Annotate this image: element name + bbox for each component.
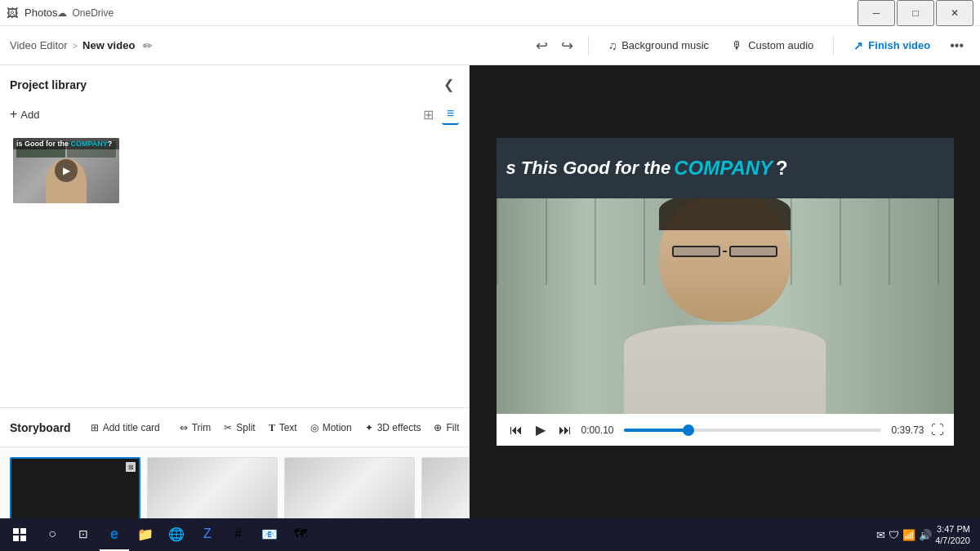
breadcrumb: Video Editor > New video ✏ (10, 39, 153, 52)
breadcrumb-current: New video (82, 39, 135, 51)
video-inner: s This Good for the COMPANY ? (497, 138, 954, 414)
banner-text: s This Good for the (506, 158, 671, 179)
taskbar-maps[interactable]: 🗺 (286, 518, 315, 551)
fullscreen-button[interactable]: ⛶ (931, 423, 944, 438)
left-panel: Project library ❮ + Add ⊞ ≡ (0, 65, 470, 518)
trim-label: Trim (192, 422, 212, 433)
video-banner: s This Good for the COMPANY ? (497, 138, 954, 198)
add-title-card-button[interactable]: ⊞ Add title card (84, 417, 167, 438)
timeline-scrubber[interactable] (624, 429, 882, 432)
storyboard-clip[interactable] (147, 457, 278, 518)
storyboard-actions: ⊞ Add title card ⇔ Trim ✂ Split (84, 417, 459, 438)
taskbar-search[interactable]: ○ (38, 518, 67, 551)
maps-icon: 🗺 (294, 527, 307, 541)
taskbar-clock[interactable]: 3:47 PM 4/7/2020 (935, 523, 970, 547)
collapse-library-button[interactable]: ❮ (439, 75, 459, 94)
library-video-item[interactable]: is Good for the COMPANY? ▶ (13, 138, 119, 203)
video-label-text: is Good for the (16, 140, 71, 148)
text-label: Text (279, 422, 297, 433)
undo-redo-group: ↩ ↪ (531, 33, 578, 58)
taskbar-task-view[interactable]: ⊡ (69, 518, 98, 551)
finish-video-button[interactable]: ↗ Finish video (844, 34, 940, 57)
taskbar-zoom[interactable]: Z (193, 518, 222, 551)
motion-label: Motion (323, 422, 352, 433)
storyboard-clip[interactable] (421, 457, 469, 518)
filters-icon: ⊕ (434, 422, 442, 433)
3d-effects-button[interactable]: ✦ 3D effects (359, 417, 428, 438)
svg-rect-1 (20, 528, 26, 534)
add-media-button[interactable]: + Add (10, 107, 39, 122)
background-music-button[interactable]: ♫ Background music (599, 34, 719, 57)
redo-button[interactable]: ↪ (556, 33, 578, 58)
play-button[interactable]: ▶ (532, 420, 549, 439)
fast-forward-button[interactable]: ⏭ (555, 421, 575, 439)
header-more-button[interactable]: ••• (943, 35, 970, 56)
text-button[interactable]: 𝐓 Text (262, 417, 304, 438)
total-time: 0:39.73 (891, 424, 924, 436)
app-icon: 🖼 (7, 7, 18, 20)
shield-icon: 🛡 (889, 529, 899, 541)
start-button[interactable] (3, 518, 36, 551)
motion-button[interactable]: ◎ Motion (304, 417, 359, 438)
storyboard-clips: ⊠ ⊟ 39.73 🔊 (0, 447, 469, 518)
taskbar-slack[interactable]: # (224, 518, 253, 551)
custom-audio-button[interactable]: 🎙 Custom audio (722, 34, 823, 57)
3d-effects-label: 3D effects (377, 422, 421, 433)
storyboard-clip[interactable]: ⊠ ⊟ 39.73 🔊 (10, 457, 140, 518)
clip-empty-thumb (285, 458, 414, 518)
svg-rect-0 (13, 528, 19, 534)
background-music-label: Background music (621, 39, 709, 51)
undo-button[interactable]: ↩ (531, 33, 553, 58)
mail-tray-icon: ✉ (876, 529, 885, 541)
minimize-button[interactable]: ─ (858, 0, 895, 26)
finish-video-label: Finish video (868, 39, 930, 51)
timeline-fill (624, 429, 688, 432)
taskbar-outlook[interactable]: 📧 (255, 518, 284, 551)
banner-suffix: ? (776, 157, 788, 180)
taskbar-file-explorer[interactable]: 📁 (131, 518, 160, 551)
clip-empty-thumb (148, 458, 277, 518)
windows-icon (13, 528, 26, 541)
list-view-button[interactable]: ≡ (442, 104, 459, 125)
clock-time: 3:47 PM (935, 523, 970, 535)
title-bar: 🖼 Photos ☁ OneDrive ─ □ ✕ (0, 0, 980, 26)
maximize-button[interactable]: □ (897, 0, 934, 26)
folder-icon: 📁 (137, 527, 154, 542)
taskbar-edge[interactable]: e (100, 518, 129, 551)
edit-title-icon[interactable]: ✏ (143, 39, 153, 52)
header-separator-2 (833, 36, 834, 56)
play-button-overlay[interactable]: ▶ (55, 159, 78, 182)
close-button[interactable]: ✕ (936, 0, 973, 26)
storyboard-clip[interactable] (284, 457, 415, 518)
project-library-title: Project library (10, 78, 87, 91)
trim-button[interactable]: ⇔ Trim (173, 417, 218, 438)
breadcrumb-parent[interactable]: Video Editor (10, 39, 68, 51)
svg-rect-2 (13, 535, 19, 541)
video-preview-panel: s This Good for the COMPANY ? (470, 65, 980, 518)
custom-audio-label: Custom audio (748, 39, 813, 51)
taskbar-right: ✉ 🛡 📶 🔊 3:47 PM 4/7/2020 (876, 523, 977, 547)
library-content: is Good for the COMPANY? ▶ (10, 135, 459, 398)
current-time: 0:00.10 (581, 424, 614, 436)
title-card-icon: ⊞ (91, 422, 99, 433)
company-text: COMPANY (71, 140, 108, 148)
library-toolbar: + Add ⊞ ≡ (10, 104, 459, 125)
clip-empty-thumb (422, 458, 469, 518)
outlook-icon: 📧 (261, 527, 278, 542)
breadcrumb-separator: > (73, 41, 78, 51)
timeline-handle[interactable] (683, 424, 694, 436)
filters-button[interactable]: ⊕ Filters (427, 417, 459, 438)
header-separator-1 (588, 36, 589, 56)
export-icon: ↗ (853, 39, 863, 52)
rewind-button[interactable]: ⏮ (506, 421, 526, 439)
video-person-area (497, 198, 954, 414)
volume-icon: 🔊 (919, 529, 932, 541)
taskbar-chrome[interactable]: 🌐 (162, 518, 191, 551)
chrome-icon: 🌐 (168, 527, 185, 542)
split-button[interactable]: ✂ Split (217, 417, 261, 438)
onedrive-label: OneDrive (72, 7, 114, 19)
text-icon: 𝐓 (269, 422, 275, 433)
banner-company: COMPANY (674, 157, 773, 180)
split-label: Split (236, 422, 255, 433)
grid-view-button[interactable]: ⊞ (418, 104, 439, 125)
